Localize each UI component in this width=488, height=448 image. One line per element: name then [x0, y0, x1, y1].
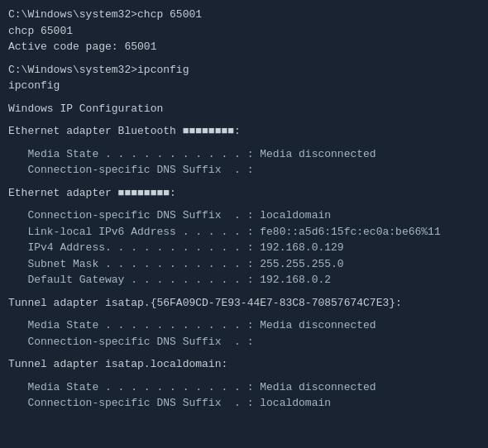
output-line: chcp 65001 — [8, 23, 480, 40]
blank-line — [8, 140, 480, 146]
output-line: Windows IP Configuration — [8, 101, 480, 117]
blank-line — [8, 373, 480, 379]
blank-line — [8, 201, 480, 207]
indent-line: Connection-specific DNS Suffix . : local… — [8, 207, 480, 224]
indent-line: Connection-specific DNS Suffix . : — [8, 334, 480, 350]
output-line: Ethernet adapter ■■■■■■■■: — [8, 185, 480, 202]
blank-line — [8, 179, 480, 185]
indent-line: Link-local IPv6 Address . . . . . : fe80… — [8, 224, 480, 241]
output-line: Tunnel adapter isatap.{56FA09CD-7E93-44E… — [8, 295, 480, 312]
prompt-line: C:\Windows\system32>ipconfig — [8, 62, 480, 79]
output-line: Tunnel adapter isatap.localdomain: — [8, 356, 480, 373]
blank-line — [8, 311, 480, 317]
prompt-line: C:\Windows\system32>chcp 65001 — [8, 7, 480, 23]
indent-line: Connection-specific DNS Suffix . : local… — [8, 395, 480, 412]
blank-line — [8, 117, 480, 123]
terminal-window: C:\Windows\system32>chcp 65001chcp 65001… — [0, 0, 488, 448]
output-line: Active code page: 65001 — [8, 39, 480, 55]
indent-line: Connection-specific DNS Suffix . : — [8, 162, 480, 179]
output-line: ipconfig — [8, 78, 480, 94]
indent-line: Subnet Mask . . . . . . . . . . . : 255.… — [8, 256, 480, 273]
blank-line — [8, 288, 480, 295]
indent-line: Default Gateway . . . . . . . . . : 192.… — [8, 272, 480, 288]
indent-line: IPv4 Address. . . . . . . . . . . : 192.… — [8, 240, 480, 256]
blank-line — [8, 94, 480, 101]
indent-line: Media State . . . . . . . . . . . : Medi… — [8, 146, 480, 163]
blank-line — [8, 350, 480, 356]
indent-line: Media State . . . . . . . . . . . : Medi… — [8, 317, 480, 334]
output-line: Ethernet adapter Bluetooth ■■■■■■■■: — [8, 123, 480, 140]
indent-line: Media State . . . . . . . . . . . : Medi… — [8, 379, 480, 396]
blank-line — [8, 55, 480, 62]
